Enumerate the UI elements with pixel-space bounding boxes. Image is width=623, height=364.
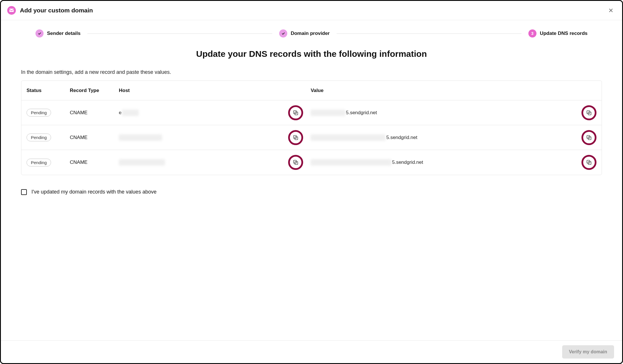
col-header-status: Status <box>27 88 70 93</box>
close-icon[interactable] <box>608 7 614 14</box>
table-header-row: Status Record Type Host Value <box>21 81 602 100</box>
dns-table-wrap: Status Record Type Host Value Pending CN… <box>1 80 622 175</box>
step-domain-provider: Domain provider <box>279 29 330 37</box>
redacted-text <box>122 110 139 116</box>
check-icon <box>279 29 287 37</box>
step-label: Sender details <box>47 31 80 36</box>
redacted-text <box>311 159 391 166</box>
step-label: Update DNS records <box>540 31 588 36</box>
status-badge: Pending <box>27 134 51 141</box>
host-value <box>119 134 162 141</box>
redacted-text <box>311 134 386 141</box>
host-value <box>119 159 165 166</box>
modal-title: Add your custom domain <box>20 7 93 14</box>
status-badge: Pending <box>27 159 51 166</box>
record-type-cell: CNAME <box>70 110 119 116</box>
confirm-checkbox-label: I've updated my domain records with the … <box>31 189 157 195</box>
header-left: Add your custom domain <box>7 6 93 15</box>
host-cell <box>119 130 311 145</box>
copy-host-button[interactable] <box>288 105 303 120</box>
step-connector <box>87 33 272 34</box>
modal-footer: Verify my domain <box>1 340 622 363</box>
copy-host-button[interactable] <box>288 130 303 145</box>
redacted-text <box>311 110 345 116</box>
host-value: e <box>119 110 139 116</box>
value-text: 5.sendgrid.net <box>311 110 377 116</box>
table-row: Pending CNAME 5.sendgrid.net <box>21 150 602 175</box>
check-icon <box>35 29 44 37</box>
table-row: Pending CNAME 5.sendgrid.net <box>21 125 602 150</box>
dns-table: Status Record Type Host Value Pending CN… <box>21 80 602 175</box>
step-number-badge: 3 <box>528 29 536 37</box>
record-type-cell: CNAME <box>70 135 119 140</box>
stepper: Sender details Domain provider 3 Update … <box>1 20 622 46</box>
record-type-cell: CNAME <box>70 160 119 165</box>
col-header-type: Record Type <box>70 88 119 93</box>
copy-value-button[interactable] <box>581 105 596 120</box>
confirmation-row: I've updated my domain records with the … <box>1 175 622 207</box>
value-text: 5.sendgrid.net <box>311 159 423 166</box>
step-connector <box>337 33 521 34</box>
modal-add-custom-domain: Add your custom domain Sender details Do… <box>0 0 623 364</box>
envelope-icon <box>7 6 16 15</box>
value-text: 5.sendgrid.net <box>311 134 417 141</box>
copy-value-button[interactable] <box>581 155 596 170</box>
copy-value-button[interactable] <box>581 130 596 145</box>
step-sender-details: Sender details <box>35 29 80 37</box>
table-row: Pending CNAME e 5.sendgrid.net <box>21 100 602 125</box>
status-cell: Pending <box>27 159 70 166</box>
copy-host-button[interactable] <box>288 155 303 170</box>
status-cell: Pending <box>27 134 70 141</box>
redacted-text <box>119 134 162 141</box>
host-cell <box>119 155 311 170</box>
col-header-value: Value <box>311 88 596 93</box>
step-update-dns: 3 Update DNS records <box>528 29 588 37</box>
verify-domain-button[interactable]: Verify my domain <box>562 345 614 359</box>
value-cell: 5.sendgrid.net <box>311 130 596 145</box>
confirm-checkbox[interactable] <box>21 189 27 195</box>
redacted-text <box>119 159 165 166</box>
status-badge: Pending <box>27 109 51 117</box>
modal-header: Add your custom domain <box>1 1 622 20</box>
host-cell: e <box>119 105 311 120</box>
instruction-text: In the domain settings, add a new record… <box>1 69 622 80</box>
status-cell: Pending <box>27 109 70 117</box>
step-label: Domain provider <box>291 31 330 36</box>
value-cell: 5.sendgrid.net <box>311 105 596 120</box>
value-cell: 5.sendgrid.net <box>311 155 596 170</box>
col-header-host: Host <box>119 88 311 93</box>
modal-content: Sender details Domain provider 3 Update … <box>1 20 622 340</box>
page-heading: Update your DNS records with the followi… <box>1 46 622 69</box>
